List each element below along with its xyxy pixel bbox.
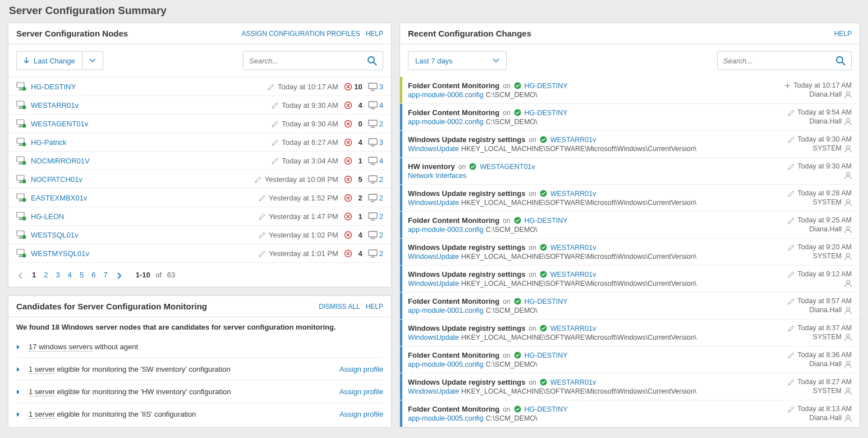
change-item-link[interactable]: WindowsUpdate (408, 253, 459, 261)
change-row[interactable]: Windows Update registry settingsonWESTAR… (400, 320, 860, 346)
change-item-link[interactable]: Network Interfaces (408, 172, 466, 180)
node-name-link[interactable]: HG-Patrick (31, 138, 67, 147)
change-server-link[interactable]: WESTAGENT01v (480, 163, 535, 171)
node-name-link[interactable]: NOCPATCH01v (31, 175, 82, 184)
page-number[interactable]: 3 (56, 271, 59, 279)
candidate-count-link[interactable]: 17 windows servers (29, 343, 93, 352)
expand-toggle[interactable] (16, 367, 21, 372)
change-item-link[interactable]: WindowsUpdate (408, 334, 459, 341)
change-row[interactable]: Windows Update registry settingsonWESTAR… (400, 239, 860, 266)
change-server-link[interactable]: HG-DESTINY (525, 109, 568, 117)
change-item-link[interactable]: app-module-0005.config (408, 414, 484, 422)
page-next[interactable] (116, 271, 122, 279)
change-server-link[interactable]: HG-DESTINY (525, 82, 568, 90)
monitor-count[interactable]: 4 (379, 101, 383, 110)
change-row[interactable]: Folder Content MonitoringonHG-DESTINYapp… (400, 293, 860, 320)
candidate-count-link[interactable]: 1 server (29, 365, 55, 374)
server-status-icon (16, 212, 26, 221)
node-row[interactable]: WESTSQL01vYesterday at 1:02 PM42 (8, 226, 391, 244)
change-item-link[interactable]: WindowsUpdate (408, 145, 459, 153)
change-item-link[interactable]: app-module-0002.config (408, 118, 484, 126)
node-row[interactable]: NOCPATCH01vYesterday at 10:08 PM52 (8, 170, 391, 189)
change-row[interactable]: Folder Content MonitoringonHG-DESTINYapp… (400, 346, 860, 373)
changes-search-input[interactable] (718, 52, 830, 70)
change-server-link[interactable]: HG-DESTINY (525, 352, 568, 359)
monitor-count[interactable]: 2 (379, 249, 383, 258)
change-row[interactable]: Windows Update registry settingsonWESTAR… (400, 373, 860, 400)
change-row[interactable]: Windows Update registry settingsonWESTAR… (400, 266, 860, 293)
assign-profile-link[interactable]: Assign profile (339, 410, 383, 418)
change-item-link[interactable]: WindowsUpdate (408, 199, 459, 207)
page-number[interactable]: 7 (103, 271, 107, 279)
change-server-link[interactable]: HG-DESTINY (525, 298, 568, 305)
page-number[interactable]: 4 (68, 271, 72, 279)
change-server-link[interactable]: HG-DESTINY (525, 405, 568, 413)
expand-toggle[interactable] (16, 389, 21, 395)
changes-search-button[interactable] (830, 52, 851, 70)
change-server-link[interactable]: HG-DESTINY (525, 217, 568, 225)
node-row[interactable]: NOCMIRROR01VToday at 3:04 AM14 (8, 152, 391, 170)
monitor-count[interactable]: 2 (379, 175, 383, 184)
change-row[interactable]: Windows Update registry settingsonWESTAR… (400, 185, 860, 212)
monitor-count[interactable]: 3 (379, 138, 383, 147)
monitor-count[interactable]: 2 (379, 212, 383, 221)
change-server-link[interactable]: WESTARR01v (550, 244, 596, 252)
node-row[interactable]: WESTARR01vToday at 9:30 AM44 (8, 96, 391, 115)
nodes-help-link[interactable]: HELP (366, 30, 383, 38)
candidate-count-link[interactable]: 1 server (29, 387, 55, 396)
expand-toggle[interactable] (16, 344, 21, 350)
node-row[interactable]: EASTEXMBX01vYesterday at 1:52 PM22 (8, 189, 391, 207)
changes-help-link[interactable]: HELP (834, 30, 852, 38)
change-item-link[interactable]: app-module-0005.config (408, 361, 484, 368)
node-row[interactable]: WESTMYSQL01vYesterday at 1:01 PM42 (8, 244, 391, 263)
change-server-link[interactable]: WESTARR01v (550, 136, 596, 144)
page-prev[interactable] (17, 271, 24, 279)
dismiss-all-link[interactable]: DISMISS ALL (319, 303, 360, 311)
change-row[interactable]: HW inventoryonWESTAGENT01vNetwork Interf… (400, 158, 860, 185)
change-item-link[interactable]: WindowsUpdate (408, 387, 459, 395)
node-name-link[interactable]: EASTEXMBX01v (31, 194, 87, 202)
node-name-link[interactable]: WESTAGENT01v (31, 120, 88, 128)
node-row[interactable]: HG-DESTINYToday at 10:17 AM103 (8, 77, 391, 96)
node-name-link[interactable]: WESTSQL01v (31, 231, 79, 239)
node-row[interactable]: HG-PatrickToday at 6:27 AM43 (8, 133, 391, 152)
expand-toggle[interactable] (16, 412, 21, 417)
change-server-link[interactable]: WESTARR01v (550, 325, 596, 332)
node-row[interactable]: HG-LEONYesterday at 1:47 PM12 (8, 207, 391, 226)
node-name-link[interactable]: HG-LEON (31, 212, 64, 221)
page-number[interactable]: 2 (44, 271, 48, 279)
page-number[interactable]: 6 (91, 271, 95, 279)
change-item-link[interactable]: app-module-0001.config (408, 307, 484, 314)
monitor-count[interactable]: 2 (379, 231, 383, 239)
candidate-count-link[interactable]: 1 server (29, 410, 55, 419)
node-name-link[interactable]: HG-DESTINY (31, 83, 76, 91)
node-name-link[interactable]: WESTARR01v (31, 101, 79, 110)
change-row[interactable]: Windows Update registry settingsonWESTAR… (400, 131, 860, 158)
change-server-link[interactable]: WESTARR01v (550, 190, 596, 198)
monitor-count[interactable]: 2 (379, 120, 383, 128)
candidates-help-link[interactable]: HELP (366, 303, 383, 311)
change-server-link[interactable]: WESTARR01v (550, 271, 596, 279)
change-item-link[interactable]: WindowsUpdate (408, 280, 459, 288)
monitor-count[interactable]: 2 (379, 194, 383, 202)
change-row[interactable]: Folder Content MonitoringonHG-DESTINYapp… (400, 212, 860, 239)
node-name-link[interactable]: WESTMYSQL01v (31, 249, 89, 258)
monitor-count[interactable]: 3 (379, 83, 383, 91)
time-range-dropdown[interactable]: Last 7 days (408, 51, 507, 70)
sort-dropdown[interactable]: Last Change (16, 51, 103, 70)
change-row[interactable]: Folder Content MonitoringonHG-DESTINYapp… (400, 400, 860, 427)
assign-profiles-link[interactable]: ASSIGN CONFIGURATION PROFILES (242, 30, 360, 38)
change-item-link[interactable]: app-module-0006.config (408, 91, 484, 99)
change-server-link[interactable]: WESTARR01v (550, 378, 596, 386)
page-number[interactable]: 5 (80, 271, 84, 279)
nodes-search-input[interactable] (244, 52, 361, 70)
node-name-link[interactable]: NOCMIRROR01V (31, 157, 90, 165)
monitor-count[interactable]: 4 (379, 157, 383, 165)
nodes-search-button[interactable] (361, 52, 383, 70)
change-item-link[interactable]: app-module-0003.config (408, 226, 484, 234)
assign-profile-link[interactable]: Assign profile (339, 365, 383, 373)
assign-profile-link[interactable]: Assign profile (339, 387, 383, 396)
change-row[interactable]: Folder Content MonitoringonHG-DESTINYapp… (400, 77, 860, 104)
change-row[interactable]: Folder Content MonitoringonHG-DESTINYapp… (400, 104, 860, 131)
node-row[interactable]: WESTAGENT01vToday at 9:30 AM02 (8, 115, 391, 133)
